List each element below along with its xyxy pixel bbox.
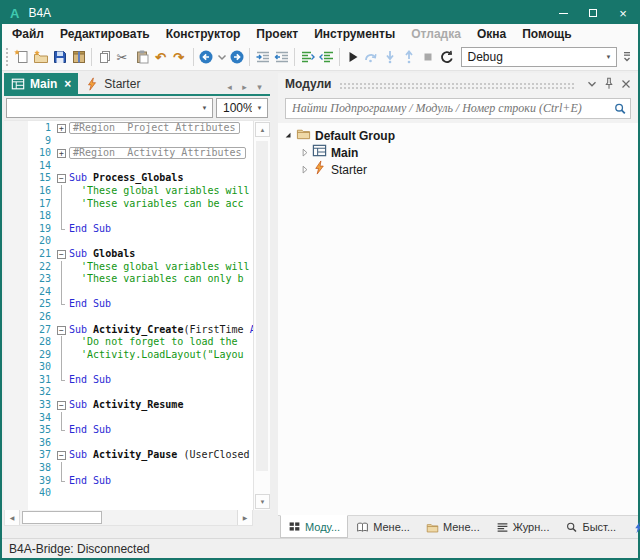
code-line[interactable]: 18 xyxy=(28,210,253,223)
code-line[interactable]: 22 'These global variables will xyxy=(28,261,253,274)
step-out-button[interactable] xyxy=(400,46,419,69)
code-line[interactable]: 17 'These variables can be acc xyxy=(28,198,253,211)
code-line[interactable]: 16 'These global variables will xyxy=(28,185,253,198)
step-over-button[interactable] xyxy=(362,46,381,69)
collapsed-region[interactable]: #Region Activity Attributes xyxy=(69,147,246,159)
code-line[interactable]: 19End Sub xyxy=(28,223,253,236)
uncomment-button[interactable] xyxy=(317,46,336,69)
code-line[interactable]: 25End Sub xyxy=(28,298,253,311)
code-line[interactable]: 32 xyxy=(28,386,253,399)
build-mode-combobox[interactable]: Debug xyxy=(461,47,618,67)
indent-less-button[interactable] xyxy=(272,46,291,69)
code-line[interactable]: 33−Sub Activity_Resume xyxy=(28,399,253,412)
history-dropdown-button[interactable] xyxy=(216,46,228,69)
code-line[interactable]: 34 xyxy=(28,412,253,425)
editor-tab-0[interactable]: Main× xyxy=(4,73,78,94)
navigate-forward-button[interactable] xyxy=(228,46,247,69)
fold-collapse-icon[interactable]: − xyxy=(57,326,66,335)
comment-button[interactable] xyxy=(298,46,317,69)
combo-arrow-icon[interactable] xyxy=(197,105,212,111)
code-line[interactable]: 30 xyxy=(28,361,253,374)
code-line[interactable]: 36 xyxy=(28,437,253,450)
code-line[interactable]: 23 'These variables can only b xyxy=(28,273,253,286)
code-line[interactable]: 26 xyxy=(28,311,253,324)
panel-tab-2[interactable]: Мене... xyxy=(418,516,488,538)
tree-expander[interactable] xyxy=(298,147,312,159)
panel-tab-4[interactable]: Быст... xyxy=(557,516,624,538)
tab-scroll-right-icon[interactable] xyxy=(238,80,251,94)
tabs-menu-icon[interactable] xyxy=(253,80,266,94)
modules-panel-header[interactable]: Модули xyxy=(278,73,638,94)
maximize-button[interactable] xyxy=(578,2,608,24)
zoom-combobox[interactable]: 100% xyxy=(216,98,268,118)
code-line[interactable]: 9 xyxy=(28,135,253,148)
member-combobox[interactable] xyxy=(6,98,213,118)
toolbar-options-button[interactable] xyxy=(617,46,636,69)
horizontal-scroll-thumb[interactable] xyxy=(22,511,102,524)
code-line[interactable]: 27−Sub Activity_Create(FirstTime As xyxy=(28,324,253,337)
panel-splitter[interactable] xyxy=(270,73,278,538)
tab-scroll-left-icon[interactable] xyxy=(223,80,236,94)
cut-button[interactable]: ✂ xyxy=(114,46,133,69)
tab-close-icon[interactable]: × xyxy=(64,78,71,90)
tree-node-2[interactable]: Starter xyxy=(278,161,638,178)
toolbar-grip[interactable] xyxy=(6,48,10,66)
open-project-button[interactable] xyxy=(31,46,50,69)
tree-node-1[interactable]: Main xyxy=(278,144,638,161)
redo-button[interactable]: ↷ xyxy=(171,46,190,69)
code-line[interactable]: 28 'Do not forget to load the xyxy=(28,336,253,349)
code-line[interactable]: 37−Sub Activity_Pause (UserClosed As xyxy=(28,449,253,462)
tree-node-0[interactable]: Default Group xyxy=(278,127,638,144)
fold-expand-icon[interactable]: + xyxy=(57,124,66,133)
code-line[interactable]: 31End Sub xyxy=(28,374,253,387)
scroll-down-icon[interactable] xyxy=(255,494,270,509)
code-line[interactable]: 14 xyxy=(28,160,253,173)
code-line[interactable]: 1+#Region Project Attributes xyxy=(28,122,253,135)
code-line[interactable]: 24 xyxy=(28,286,253,299)
fold-collapse-icon[interactable]: − xyxy=(57,250,66,259)
run-button[interactable] xyxy=(343,46,362,69)
code-line[interactable]: 21−Sub Globals xyxy=(28,248,253,261)
code-line[interactable]: 38 xyxy=(28,462,253,475)
breakpoint-margin[interactable] xyxy=(4,121,28,510)
search-input[interactable] xyxy=(286,101,613,116)
scroll-right-icon[interactable] xyxy=(237,510,252,525)
export-project-button[interactable] xyxy=(69,46,88,69)
undo-button[interactable]: ↶ xyxy=(152,46,171,69)
code-line[interactable]: 15−Sub Process_Globals xyxy=(28,172,253,185)
panel-tab-1[interactable]: Мене... xyxy=(348,516,418,538)
menu-item-6[interactable]: Окна xyxy=(469,24,514,44)
indent-more-button[interactable] xyxy=(253,46,272,69)
panel-tab-3[interactable]: Журн... xyxy=(488,516,558,538)
panel-drag-grip[interactable] xyxy=(339,82,575,90)
code-area[interactable]: 1+#Region Project Attributes910+#Region … xyxy=(4,120,270,510)
copy-button[interactable] xyxy=(95,46,114,69)
vertical-scroll-thumb[interactable] xyxy=(256,141,268,471)
combo-arrow-icon[interactable] xyxy=(252,105,267,111)
menu-item-3[interactable]: Проект xyxy=(248,24,306,44)
code-line[interactable]: 39End Sub xyxy=(28,475,253,488)
new-project-button[interactable] xyxy=(12,46,31,69)
tree-expander[interactable] xyxy=(282,130,296,142)
menu-item-1[interactable]: Редактировать xyxy=(52,24,158,44)
code-line[interactable]: 29 'Activity.LoadLayout("Layou xyxy=(28,349,253,362)
code-lines[interactable]: 1+#Region Project Attributes910+#Region … xyxy=(28,122,253,510)
menu-item-5[interactable]: Отладка xyxy=(403,24,469,44)
collapsed-region[interactable]: #Region Project Attributes xyxy=(69,122,240,134)
title-bar[interactable]: A B4A xyxy=(2,2,638,24)
scroll-left-icon[interactable] xyxy=(5,510,20,525)
combo-arrow-icon[interactable] xyxy=(601,54,616,60)
close-button[interactable] xyxy=(608,2,638,24)
panel-chevron-down-button[interactable] xyxy=(583,75,600,92)
menu-item-4[interactable]: Инструменты xyxy=(306,24,403,44)
panel-pin-button[interactable] xyxy=(600,75,617,92)
fold-collapse-icon[interactable]: − xyxy=(57,174,66,183)
code-line[interactable]: 10+#Region Activity Attributes xyxy=(28,147,253,160)
scroll-up-icon[interactable] xyxy=(255,122,270,137)
stop-button[interactable] xyxy=(419,46,438,69)
menu-item-7[interactable]: Помощь xyxy=(514,24,579,44)
step-into-button[interactable] xyxy=(381,46,400,69)
code-line[interactable]: 35End Sub xyxy=(28,424,253,437)
minimize-button[interactable] xyxy=(548,2,578,24)
tree-expander[interactable] xyxy=(298,164,312,176)
